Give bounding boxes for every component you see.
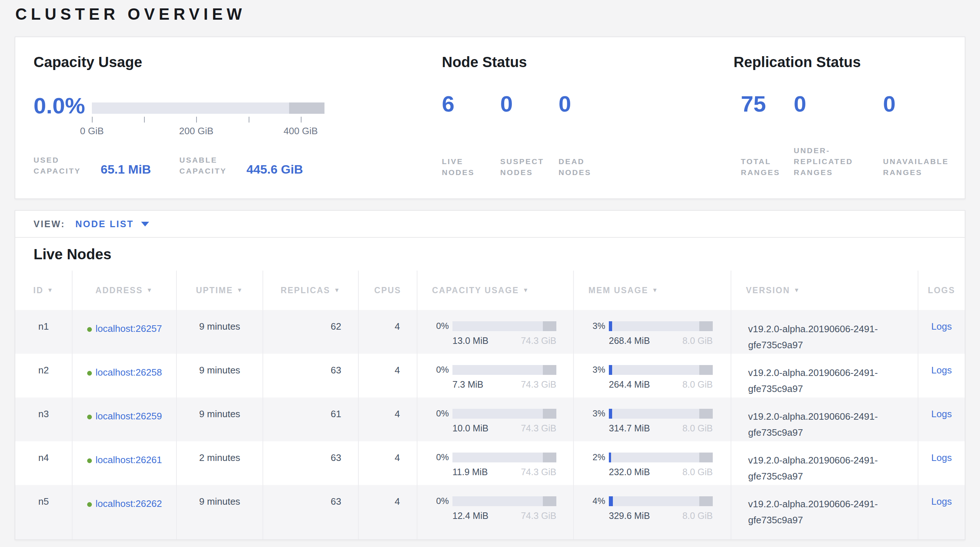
column-header-version[interactable]: VERSION▼: [731, 270, 918, 310]
table-body: n1 localhost:26257 9 minutes 62 4 0% 13.…: [15, 310, 965, 529]
capacity-total-value: 74.3 GiB: [521, 379, 556, 390]
node-replicas-cell: 63: [263, 485, 359, 529]
node-address-cell: localhost:26257: [73, 310, 177, 354]
capacity-percent: 0%: [428, 496, 449, 506]
capacity-gauge-tick-labels: 0 GiB200 GiB400 GiB: [92, 126, 325, 137]
mem-used-value: 268.4 MiB: [609, 336, 650, 346]
page-title: CLUSTER OVERVIEW: [15, 5, 246, 23]
mem-total-value: 8.0 GiB: [682, 423, 713, 434]
node-uptime-cell: 9 minutes: [177, 398, 263, 441]
replication-status-heading: Replication Status: [733, 54, 861, 70]
capacity-used-value: 12.4 MiB: [452, 510, 488, 521]
node-id-cell: n4: [15, 441, 73, 485]
suspect-nodes-stat: 0 SUSPECT NODES: [500, 92, 558, 178]
gauge-tick: [92, 117, 92, 122]
column-header-mem-usage[interactable]: MEM USAGE▼: [574, 270, 731, 310]
gauge-tick-label: 400 GiB: [284, 126, 318, 137]
used-capacity-label: USED CAPACITY: [33, 154, 95, 177]
mem-total-value: 8.0 GiB: [682, 336, 713, 346]
column-header-capacity-usage[interactable]: CAPACITY USAGE▼: [417, 270, 574, 310]
table-row: n3 localhost:26259 9 minutes 61 4 0% 10.…: [15, 398, 965, 441]
capacity-bar: [452, 365, 556, 375]
mem-bar-reserved-segment: [699, 409, 713, 419]
mem-bar-fill: [609, 453, 611, 463]
node-uptime-cell: 9 minutes: [177, 310, 263, 354]
total-ranges-count: 75: [741, 92, 794, 116]
mem-used-value: 314.7 MiB: [609, 423, 650, 434]
capacity-bar: [452, 496, 556, 506]
column-header-uptime[interactable]: UPTIME▼: [177, 270, 263, 310]
column-header-address[interactable]: ADDRESS▼: [73, 270, 177, 310]
node-cpus-cell: 4: [359, 485, 417, 529]
capacity-total-value: 74.3 GiB: [521, 336, 556, 346]
capacity-bar-reserved-segment: [543, 409, 556, 419]
under-replicated-ranges-stat: 0 UNDER-REPLICATED RANGES: [794, 92, 883, 178]
capacity-percent: 0%: [428, 321, 449, 331]
live-nodes-label: LIVE NODES: [442, 156, 500, 178]
dead-nodes-label: DEAD NODES: [558, 156, 617, 178]
node-address-link[interactable]: localhost:26261: [95, 454, 162, 465]
capacity-used-value: 11.9 MiB: [452, 467, 488, 477]
capacity-used-value: 13.0 MiB: [452, 336, 488, 346]
column-header-cpus: CPUS: [359, 270, 417, 310]
logs-link[interactable]: Logs: [931, 452, 951, 463]
mem-total-value: 8.0 GiB: [682, 467, 713, 477]
unavailable-ranges-count: 0: [883, 92, 978, 116]
gauge-tick-label: 200 GiB: [179, 126, 213, 137]
logs-link[interactable]: Logs: [931, 365, 951, 375]
gauge-tick: [196, 117, 197, 122]
sort-arrow-icon: ▼: [794, 287, 800, 294]
mem-bar: [609, 409, 713, 419]
node-replicas-cell: 62: [263, 310, 359, 354]
column-header-replicas[interactable]: REPLICAS▼: [263, 270, 359, 310]
node-live-dot-icon: [87, 327, 92, 332]
gauge-tick: [301, 117, 302, 122]
node-logs-cell: Logs: [918, 398, 965, 441]
logs-link[interactable]: Logs: [931, 321, 951, 332]
column-header-label: CPUS: [374, 286, 401, 296]
node-logs-cell: Logs: [918, 310, 965, 354]
node-address-link[interactable]: localhost:26257: [95, 323, 162, 334]
node-address-link[interactable]: localhost:26258: [95, 367, 162, 378]
node-capacity-usage-cell: 0% 10.0 MiB 74.3 GiB: [417, 398, 574, 441]
node-address-cell: localhost:26261: [73, 441, 177, 485]
logs-link[interactable]: Logs: [931, 409, 951, 419]
capacity-usage-gauge: 0 GiB200 GiB400 GiB: [92, 102, 325, 137]
node-address-link[interactable]: localhost:26259: [95, 410, 162, 421]
view-dropdown[interactable]: NODE LIST: [75, 219, 149, 229]
live-nodes-stat: 6 LIVE NODES: [442, 92, 500, 178]
node-id-cell: n3: [15, 398, 73, 441]
dead-nodes-count: 0: [558, 92, 617, 116]
node-cpus-cell: 4: [359, 441, 417, 485]
mem-bar-reserved-segment: [699, 453, 713, 463]
capacity-total-value: 74.3 GiB: [521, 423, 556, 434]
column-header-label: UPTIME: [196, 286, 233, 296]
mem-bar-reserved-segment: [699, 365, 713, 375]
node-version-text: v19.2.0-alpha.20190606-2491-gfe735c9a97: [748, 321, 910, 353]
node-capacity-usage-cell: 0% 12.4 MiB 74.3 GiB: [417, 485, 574, 529]
node-capacity-usage-cell: 0% 13.0 MiB 74.3 GiB: [417, 310, 574, 354]
logs-link[interactable]: Logs: [931, 496, 951, 507]
node-address-cell: localhost:26259: [73, 398, 177, 441]
node-mem-usage-cell: 2% 232.0 MiB 8.0 GiB: [574, 441, 731, 485]
column-header-label: REPLICAS: [281, 286, 330, 296]
node-version-cell: v19.2.0-alpha.20190606-2491-gfe735c9a97: [731, 441, 918, 485]
replication-status-stats: 75 TOTAL RANGES 0 UNDER-REPLICATED RANGE…: [741, 92, 978, 178]
node-version-text: v19.2.0-alpha.20190606-2491-gfe735c9a97: [748, 409, 910, 440]
column-header-id[interactable]: ID▼: [15, 270, 73, 310]
view-label: VIEW:: [33, 219, 65, 229]
gauge-tick-label: 0 GiB: [80, 126, 103, 137]
node-logs-cell: Logs: [918, 441, 965, 485]
mem-bar: [609, 365, 713, 375]
cluster-overview-page: CLUSTER OVERVIEW Capacity Usage 0.0% 0 G…: [0, 0, 980, 547]
node-replicas-cell: 63: [263, 441, 359, 485]
node-address-link[interactable]: localhost:26262: [95, 498, 162, 509]
node-id-cell: n2: [15, 354, 73, 398]
suspect-nodes-label: SUSPECT NODES: [500, 156, 558, 178]
table-row: n2 localhost:26258 9 minutes 63 4 0% 7.3…: [15, 354, 965, 398]
capacity-bar: [452, 321, 556, 331]
mem-bar: [609, 453, 713, 463]
node-cpus-cell: 4: [359, 310, 417, 354]
node-id-cell: n5: [15, 485, 73, 529]
column-header-label: ADDRESS: [95, 286, 143, 296]
